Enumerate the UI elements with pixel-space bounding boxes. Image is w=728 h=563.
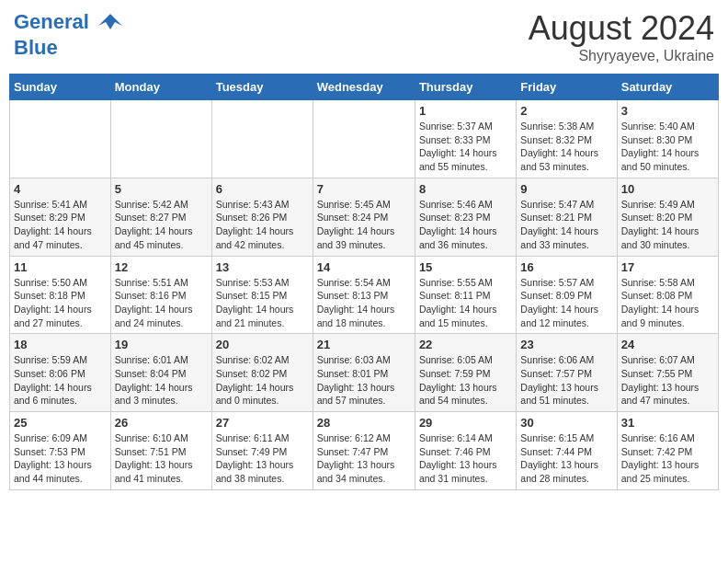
day-number: 30 xyxy=(520,416,612,430)
day-number: 7 xyxy=(317,182,411,196)
header-tuesday: Tuesday xyxy=(211,75,313,100)
day-info: Sunrise: 5:53 AM Sunset: 8:15 PM Dayligh… xyxy=(216,276,309,330)
day-number: 25 xyxy=(14,416,107,430)
logo-blue: Blue xyxy=(14,37,124,59)
day-cell: 25Sunrise: 6:09 AM Sunset: 7:53 PM Dayli… xyxy=(10,412,111,490)
day-cell: 6Sunrise: 5:43 AM Sunset: 8:26 PM Daylig… xyxy=(211,178,313,256)
page-header: General Blue August 2024 Shyryayeve, Ukr… xyxy=(9,9,719,64)
day-cell: 10Sunrise: 5:49 AM Sunset: 8:20 PM Dayli… xyxy=(617,178,718,256)
day-cell: 20Sunrise: 6:02 AM Sunset: 8:02 PM Dayli… xyxy=(211,334,313,412)
day-number: 13 xyxy=(216,260,309,274)
day-info: Sunrise: 5:38 AM Sunset: 8:32 PM Dayligh… xyxy=(520,120,612,174)
week-row-1: 1Sunrise: 5:37 AM Sunset: 8:33 PM Daylig… xyxy=(10,100,719,178)
day-number: 10 xyxy=(621,182,714,196)
day-info: Sunrise: 5:43 AM Sunset: 8:26 PM Dayligh… xyxy=(216,198,309,252)
day-info: Sunrise: 6:06 AM Sunset: 7:57 PM Dayligh… xyxy=(520,353,612,408)
day-cell: 15Sunrise: 5:55 AM Sunset: 8:11 PM Dayli… xyxy=(415,256,516,334)
day-cell xyxy=(110,100,211,178)
day-info: Sunrise: 6:07 AM Sunset: 7:55 PM Dayligh… xyxy=(621,353,714,408)
day-info: Sunrise: 5:42 AM Sunset: 8:27 PM Dayligh… xyxy=(115,198,208,252)
week-row-3: 11Sunrise: 5:50 AM Sunset: 8:18 PM Dayli… xyxy=(10,256,719,334)
day-cell: 24Sunrise: 6:07 AM Sunset: 7:55 PM Dayli… xyxy=(617,334,718,412)
day-cell: 30Sunrise: 6:15 AM Sunset: 7:44 PM Dayli… xyxy=(517,412,617,490)
day-info: Sunrise: 5:41 AM Sunset: 8:29 PM Dayligh… xyxy=(14,198,107,252)
day-info: Sunrise: 5:55 AM Sunset: 8:11 PM Dayligh… xyxy=(419,276,512,330)
day-number: 6 xyxy=(216,182,309,196)
day-number: 15 xyxy=(419,260,512,274)
day-number: 16 xyxy=(520,260,612,274)
day-cell: 2Sunrise: 5:38 AM Sunset: 8:32 PM Daylig… xyxy=(517,100,617,178)
day-info: Sunrise: 5:49 AM Sunset: 8:20 PM Dayligh… xyxy=(621,198,714,252)
day-cell: 11Sunrise: 5:50 AM Sunset: 8:18 PM Dayli… xyxy=(10,256,111,334)
title-block: August 2024 Shyryayeve, Ukraine xyxy=(529,9,714,64)
day-info: Sunrise: 6:15 AM Sunset: 7:44 PM Dayligh… xyxy=(520,431,612,486)
day-info: Sunrise: 5:45 AM Sunset: 8:24 PM Dayligh… xyxy=(317,198,411,252)
day-info: Sunrise: 5:57 AM Sunset: 8:09 PM Dayligh… xyxy=(520,276,612,330)
day-number: 14 xyxy=(317,260,411,274)
day-info: Sunrise: 6:02 AM Sunset: 8:02 PM Dayligh… xyxy=(216,353,309,408)
day-number: 21 xyxy=(317,338,411,351)
day-cell: 3Sunrise: 5:40 AM Sunset: 8:30 PM Daylig… xyxy=(617,100,718,178)
day-number: 17 xyxy=(621,260,714,274)
header-sunday: Sunday xyxy=(10,75,111,100)
day-cell: 31Sunrise: 6:16 AM Sunset: 7:42 PM Dayli… xyxy=(617,412,718,490)
day-info: Sunrise: 5:59 AM Sunset: 8:06 PM Dayligh… xyxy=(14,353,107,408)
day-cell: 22Sunrise: 6:05 AM Sunset: 7:59 PM Dayli… xyxy=(415,334,516,412)
day-cell: 16Sunrise: 5:57 AM Sunset: 8:09 PM Dayli… xyxy=(517,256,617,334)
header-wednesday: Wednesday xyxy=(313,75,415,100)
day-number: 11 xyxy=(14,260,107,274)
day-number: 26 xyxy=(115,416,208,430)
logo-general: General xyxy=(14,10,89,33)
day-number: 19 xyxy=(115,338,208,351)
day-number: 3 xyxy=(621,104,714,118)
day-cell: 4Sunrise: 5:41 AM Sunset: 8:29 PM Daylig… xyxy=(10,178,111,256)
day-cell: 13Sunrise: 5:53 AM Sunset: 8:15 PM Dayli… xyxy=(211,256,313,334)
day-cell: 7Sunrise: 5:45 AM Sunset: 8:24 PM Daylig… xyxy=(313,178,415,256)
day-info: Sunrise: 6:05 AM Sunset: 7:59 PM Dayligh… xyxy=(419,353,512,408)
header-friday: Friday xyxy=(517,75,617,100)
day-info: Sunrise: 5:54 AM Sunset: 8:13 PM Dayligh… xyxy=(317,276,411,330)
svg-marker-0 xyxy=(98,14,122,29)
week-row-4: 18Sunrise: 5:59 AM Sunset: 8:06 PM Dayli… xyxy=(10,334,719,412)
day-info: Sunrise: 6:01 AM Sunset: 8:04 PM Dayligh… xyxy=(115,353,208,408)
day-number: 1 xyxy=(419,104,512,118)
calendar-header-row: SundayMondayTuesdayWednesdayThursdayFrid… xyxy=(10,75,719,100)
day-info: Sunrise: 5:50 AM Sunset: 8:18 PM Dayligh… xyxy=(14,276,107,330)
day-cell: 21Sunrise: 6:03 AM Sunset: 8:01 PM Dayli… xyxy=(313,334,415,412)
calendar-location: Shyryayeve, Ukraine xyxy=(529,48,714,64)
day-cell xyxy=(313,100,415,178)
day-info: Sunrise: 5:46 AM Sunset: 8:23 PM Dayligh… xyxy=(419,198,512,252)
day-number: 8 xyxy=(419,182,512,196)
header-saturday: Saturday xyxy=(617,75,718,100)
day-cell: 27Sunrise: 6:11 AM Sunset: 7:49 PM Dayli… xyxy=(211,412,313,490)
day-info: Sunrise: 5:47 AM Sunset: 8:21 PM Dayligh… xyxy=(520,198,612,252)
day-number: 24 xyxy=(621,338,714,351)
day-cell: 9Sunrise: 5:47 AM Sunset: 8:21 PM Daylig… xyxy=(517,178,617,256)
day-info: Sunrise: 6:14 AM Sunset: 7:46 PM Dayligh… xyxy=(419,431,512,486)
day-cell: 23Sunrise: 6:06 AM Sunset: 7:57 PM Dayli… xyxy=(517,334,617,412)
day-info: Sunrise: 5:37 AM Sunset: 8:33 PM Dayligh… xyxy=(419,120,512,174)
day-number: 20 xyxy=(216,338,309,351)
day-number: 22 xyxy=(419,338,512,351)
day-info: Sunrise: 5:58 AM Sunset: 8:08 PM Dayligh… xyxy=(621,276,714,330)
day-number: 9 xyxy=(520,182,612,196)
day-cell: 14Sunrise: 5:54 AM Sunset: 8:13 PM Dayli… xyxy=(313,256,415,334)
day-info: Sunrise: 6:09 AM Sunset: 7:53 PM Dayligh… xyxy=(14,431,107,486)
day-cell xyxy=(10,100,111,178)
day-cell: 28Sunrise: 6:12 AM Sunset: 7:47 PM Dayli… xyxy=(313,412,415,490)
calendar-table: SundayMondayTuesdayWednesdayThursdayFrid… xyxy=(9,74,719,490)
logo: General Blue xyxy=(14,9,124,59)
day-number: 28 xyxy=(317,416,411,430)
day-number: 23 xyxy=(520,338,612,351)
day-info: Sunrise: 6:10 AM Sunset: 7:51 PM Dayligh… xyxy=(115,431,208,486)
day-cell: 19Sunrise: 6:01 AM Sunset: 8:04 PM Dayli… xyxy=(110,334,211,412)
day-number: 12 xyxy=(115,260,208,274)
day-info: Sunrise: 6:11 AM Sunset: 7:49 PM Dayligh… xyxy=(216,431,309,486)
calendar-title: August 2024 xyxy=(529,9,714,48)
day-info: Sunrise: 6:16 AM Sunset: 7:42 PM Dayligh… xyxy=(621,431,714,486)
week-row-5: 25Sunrise: 6:09 AM Sunset: 7:53 PM Dayli… xyxy=(10,412,719,490)
day-cell: 8Sunrise: 5:46 AM Sunset: 8:23 PM Daylig… xyxy=(415,178,516,256)
day-info: Sunrise: 6:12 AM Sunset: 7:47 PM Dayligh… xyxy=(317,431,411,486)
day-number: 2 xyxy=(520,104,612,118)
week-row-2: 4Sunrise: 5:41 AM Sunset: 8:29 PM Daylig… xyxy=(10,178,719,256)
